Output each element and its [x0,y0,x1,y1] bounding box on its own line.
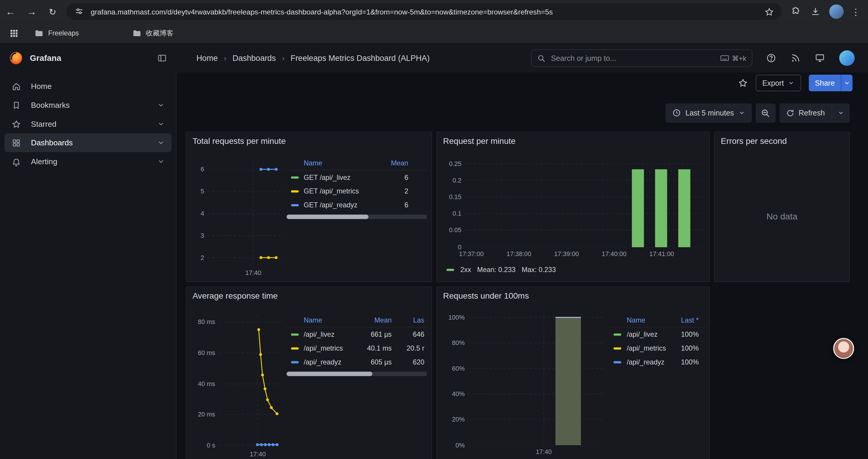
bookmark-folder-freeleaps[interactable]: Freeleaps [34,28,79,38]
legend-series-name[interactable]: /api/_readyz [304,358,361,366]
legend-header-name[interactable]: Name [286,316,361,324]
chart-plot[interactable] [208,161,284,266]
legend-series-name[interactable]: GET /api/_readyz [304,201,373,209]
legend-header-last[interactable]: Las [392,316,424,324]
panel-title[interactable]: Average response time [193,291,278,300]
grafana-sidebar: Grafana Home Bookmarks Starred D [0,43,176,459]
shortcut-badge: ⌘+k [720,54,746,62]
back-button[interactable]: ← [0,6,21,18]
panel-title[interactable]: Errors per second [721,136,787,145]
series-swatch[interactable] [291,361,299,363]
downloads-icon[interactable] [809,6,821,18]
bookmark-folder-blogs[interactable]: 收藏博客 [132,28,174,38]
legend-header-name[interactable]: Name [608,316,681,324]
site-settings-icon[interactable] [73,6,85,18]
series-swatch[interactable] [291,190,299,192]
extensions-icon[interactable] [789,6,802,18]
sidebar-item-alerting[interactable]: Alerting [4,152,172,171]
series-swatch[interactable] [291,176,299,178]
sidebar-item-dashboards[interactable]: Dashboards [4,133,172,152]
x-axis: 17:40 [208,269,284,278]
legend-header-last[interactable]: Last * [681,316,699,324]
search-box[interactable]: ⌘+k [531,49,752,67]
zoom-out-button[interactable] [755,103,775,123]
chevron-down-icon[interactable] [157,158,165,165]
sidebar-item-bookmarks[interactable]: Bookmarks [4,96,172,114]
breadcrumb-dashboards[interactable]: Dashboards [232,54,276,62]
refresh-caret-button[interactable] [831,103,850,123]
chevron-down-icon [738,109,745,116]
search-input[interactable] [550,54,720,63]
bookmark-star-icon[interactable] [763,6,775,18]
legend-series-name[interactable]: /api/_livez [304,330,361,338]
panel-title[interactable]: Request per minute [443,136,516,145]
rss-icon[interactable] [790,53,801,63]
scrollbar-thumb[interactable] [286,371,372,376]
chevron-down-icon[interactable] [157,120,165,128]
bookmarks-bar: Freeleaps 收藏博客 [0,23,868,44]
series-swatch[interactable] [446,269,454,271]
help-icon[interactable] [766,53,776,63]
omnibox[interactable]: grafana.mathmast.com/d/deytv4rwavabkb/fr… [66,3,782,20]
series-swatch[interactable] [291,333,299,335]
legend-value: 100% [681,330,699,338]
chart-plot[interactable] [219,316,282,448]
legend-header-name[interactable]: Name [286,159,373,167]
browser-menu-icon[interactable]: ⋮ [851,6,860,17]
legend-series-name[interactable]: /api/_metrics [304,345,361,352]
breadcrumb-home[interactable]: Home [196,54,218,62]
dock-nav-icon[interactable] [157,53,167,63]
legend-header-mean[interactable]: Mean [373,159,408,167]
legend-header-mean[interactable]: Mean [361,316,392,324]
series-swatch[interactable] [614,347,621,349]
panel-requests-under-100ms: Requests under 100ms 100%80%60%40%20%0% … [436,287,710,459]
time-range-button[interactable]: Last 5 minutes [665,103,752,123]
share-split-button: Share [809,75,852,91]
sidebar-item-home[interactable]: Home [4,77,172,96]
legend-series-name[interactable]: /api/_readyz [627,358,681,366]
chart-plot[interactable] [465,160,701,247]
forward-button[interactable]: → [21,6,42,18]
reload-button[interactable]: ↻ [42,6,63,17]
series-swatch[interactable] [614,361,621,363]
share-caret-button[interactable] [841,75,852,91]
y-tick-label: 40 ms [191,380,215,388]
legend-value: 20.5 r [392,345,424,352]
export-button[interactable]: Export [756,75,801,91]
legend-series-name[interactable]: 2xx [460,266,471,274]
browser-profile-avatar[interactable] [829,4,844,19]
monitor-icon[interactable] [815,53,825,63]
sidebar-item-starred[interactable]: Starred [4,114,172,133]
zoom-out-icon [761,108,770,118]
bookmark-icon [11,100,21,110]
panel-title[interactable]: Requests under 100ms [443,291,529,300]
chevron-down-icon[interactable] [157,139,165,146]
grafana-logo[interactable] [9,51,23,65]
apps-grid-icon[interactable] [8,27,20,39]
scrollbar-thumb[interactable] [286,215,368,219]
legend-series-name[interactable]: /api/_metrics [627,345,681,352]
chevron-down-icon[interactable] [157,101,165,109]
favorite-star-icon[interactable] [738,78,748,88]
legend-series-name[interactable]: GET /api/_livez [304,173,373,181]
y-tick-label: 60% [442,364,465,372]
panel-average-response-time: Average response time 80 ms60 ms40 ms20 … [186,287,432,459]
url-text[interactable]: grafana.mathmast.com/d/deytv4rwavabkb/fr… [91,7,757,15]
legend-row: /api/_metrics 100% [608,341,706,355]
legend-series-name[interactable]: /api/_livez [627,330,681,338]
sidebar-menu: Home Bookmarks Starred Dashboards Alerti… [0,72,176,171]
assistant-avatar-widget[interactable] [833,338,854,359]
chart-plot[interactable] [468,315,603,445]
series-swatch[interactable] [614,333,621,335]
legend-value: 40.1 ms [361,345,392,352]
user-avatar[interactable] [839,50,855,65]
y-tick-label: 20% [442,415,465,423]
y-tick-label: 0.1 [441,210,461,218]
share-button[interactable]: Share [809,75,841,91]
series-swatch[interactable] [291,204,299,206]
legend-series-name[interactable]: GET /api/_metrics [304,187,373,195]
panel-title[interactable]: Total requests per minute [193,136,286,145]
x-tick-label: 17:37:00 [459,251,484,257]
refresh-button[interactable]: Refresh [779,103,832,123]
series-swatch[interactable] [291,347,299,349]
